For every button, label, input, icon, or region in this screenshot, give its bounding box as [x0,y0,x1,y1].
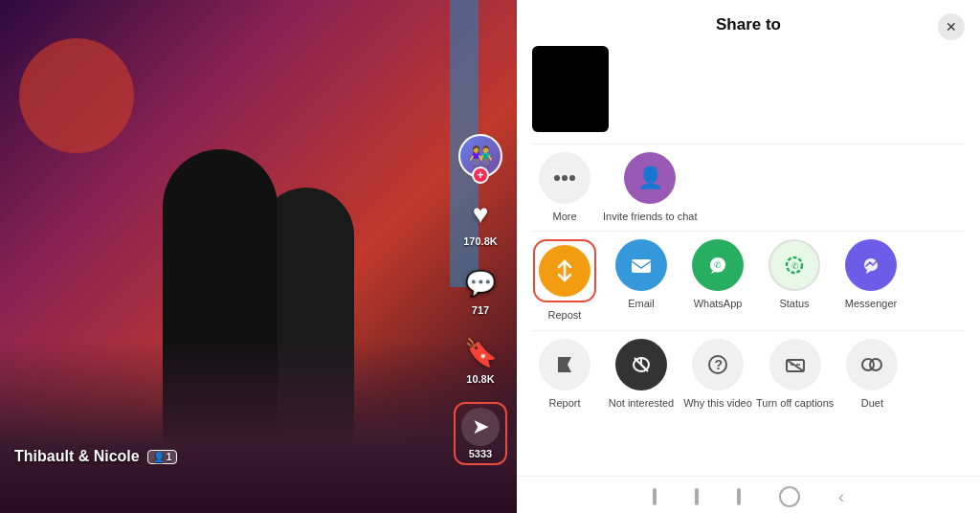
follow-badge[interactable]: 👤 1 [147,450,178,464]
video-preview-row [517,42,980,144]
share-item-whatsapp[interactable]: ✆ WhatsApp [679,239,756,322]
invite-icon: 👤 [624,152,676,204]
messenger-label: Messenger [845,297,897,310]
repost-selected-border [533,239,596,302]
share-title: Share to [716,15,781,34]
video-creator-name: Thibault & Nicole [14,448,140,465]
status-label: Status [779,297,809,310]
svg-point-2 [569,175,575,181]
repost-label: Repost [548,308,582,322]
follow-count: 1 [167,452,172,462]
sidebar-actions: 👫 + ♥ 170.8K 💬 717 🔖 10.8K ➤ 5333 [454,134,507,465]
bookmark-icon: 🔖 [461,333,500,371]
duet-label: Duet [861,396,883,410]
messenger-icon [845,239,897,291]
share-item-report[interactable]: Report [526,339,603,410]
turncaptions-label: Turn off captions [756,396,834,410]
home-bars-icon-2 [695,488,699,505]
share-action[interactable]: ➤ 5333 [454,402,507,465]
svg-text:✆: ✆ [791,261,799,271]
share-count: 5333 [469,448,492,459]
share-row-2: Repost Email ✆ [517,232,980,329]
share-item-turncaptions[interactable]: Turn off captions [756,339,834,410]
stage-floor [0,341,517,513]
svg-text:✆: ✆ [714,260,722,270]
share-row-1: More 👤 Invite friends to chat [517,145,980,231]
svg-text:?: ? [715,357,724,372]
share-item-more[interactable]: More [526,152,603,223]
svg-rect-3 [632,259,651,273]
notinterested-icon [615,339,667,390]
close-button[interactable]: ✕ [938,13,965,40]
home-indicator: ‹ [517,476,980,513]
creator-avatar-wrapper[interactable]: 👫 + [458,134,502,178]
share-item-messenger[interactable]: Messenger [833,239,909,322]
report-label: Report [548,396,580,410]
share-icon: ➤ [461,408,500,446]
duet-icon [846,339,898,390]
bg-decoration-circle [19,38,134,153]
home-circle-icon [779,486,800,507]
repost-icon [539,245,590,297]
whatsapp-label: WhatsApp [694,297,743,310]
svg-line-13 [787,360,804,371]
home-bars-icon-3 [737,488,741,505]
video-title-row: Thibault & Nicole 👤 1 [14,448,177,465]
share-item-notinterested[interactable]: Not interested [603,339,679,410]
comment-count: 717 [472,304,489,316]
like-count: 170.8K [463,235,497,247]
invite-label: Invite friends to chat [603,210,697,223]
home-bars-icon [653,488,657,505]
share-row-3: Report Not interested ? [517,331,980,417]
share-item-whythis[interactable]: ? Why this video [679,339,756,410]
share-item-email[interactable]: Email [603,239,679,322]
share-panel: Share to ✕ More 👤 [517,0,980,513]
email-icon [615,239,667,291]
svg-point-17 [870,359,881,370]
share-grid: More 👤 Invite friends to chat [517,145,980,476]
turncaptions-icon [769,339,821,390]
more-label: More [552,210,576,223]
comment-action[interactable]: 💬 717 [461,264,500,316]
follow-plus-icon: + [472,167,489,184]
notinterested-label: Not interested [609,396,674,410]
video-panel: Thibault & Nicole 👤 1 👫 + ♥ 170.8K 💬 717… [0,0,517,513]
status-icon: ✆ [768,239,820,291]
share-item-status[interactable]: ✆ Status [756,239,833,322]
report-icon [539,339,590,390]
more-icon [539,152,590,204]
video-thumbnail [532,46,609,132]
whythis-icon: ? [692,339,744,390]
svg-point-1 [562,175,568,181]
like-icon: ♥ [461,195,500,234]
comment-icon: 💬 [461,264,500,302]
bookmark-count: 10.8K [466,373,494,385]
share-item-repost[interactable]: Repost [526,239,603,322]
like-action[interactable]: ♥ 170.8K [461,195,500,247]
bookmark-action[interactable]: 🔖 10.8K [461,333,500,385]
home-back-icon: ‹ [838,487,844,507]
email-label: Email [628,297,655,310]
share-item-invite[interactable]: 👤 Invite friends to chat [603,152,697,223]
share-item-duet[interactable]: Duet [834,339,910,410]
whatsapp-icon: ✆ [692,239,744,291]
share-header: Share to ✕ [517,0,980,42]
svg-point-0 [554,175,560,181]
whythis-label: Why this video [683,396,752,410]
video-info: Thibault & Nicole 👤 1 [14,448,177,465]
